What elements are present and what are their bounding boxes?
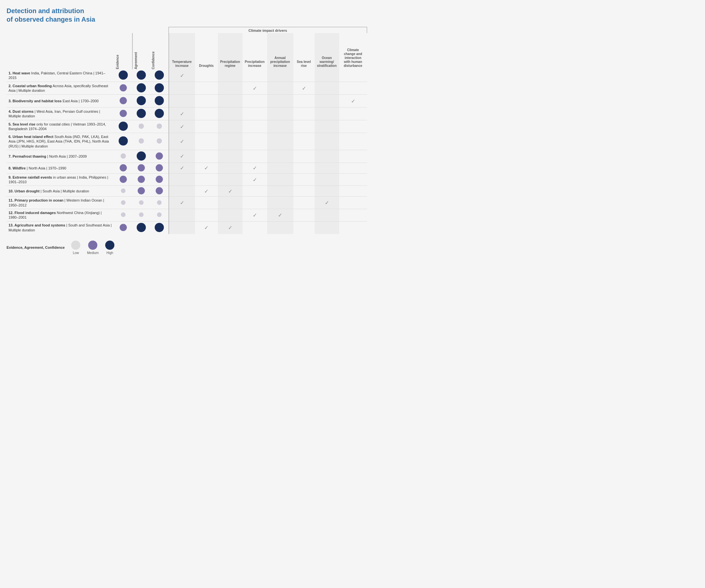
temp_increase-cell: ✓ bbox=[169, 197, 195, 209]
droughts-cell bbox=[195, 120, 218, 133]
agreement-dot bbox=[137, 96, 146, 105]
confidence-dot-cell bbox=[150, 95, 169, 107]
precip_increase-cell bbox=[242, 197, 267, 209]
agreement-dot-cell bbox=[132, 163, 150, 173]
agreement-dot bbox=[137, 71, 146, 80]
agreement-dot-cell bbox=[132, 69, 150, 82]
precip_regime-cell bbox=[218, 120, 242, 133]
sea_level-cell bbox=[293, 186, 315, 197]
droughts-cell bbox=[195, 95, 218, 107]
agreement-dot-cell bbox=[132, 133, 150, 150]
confidence-dot bbox=[157, 124, 162, 129]
ocean_warming-cell bbox=[315, 69, 339, 82]
droughts-cell bbox=[195, 209, 218, 222]
climate_change-cell bbox=[339, 221, 367, 234]
sea_level-cell bbox=[293, 209, 315, 222]
temp-increase-header: Temperature increase bbox=[169, 33, 195, 69]
ocean_warming-cell bbox=[315, 133, 339, 150]
agreement-dot-cell bbox=[132, 95, 150, 107]
annual_precip-cell bbox=[267, 197, 293, 209]
event-name-cell: 6. Urban heat island effect South Asia (… bbox=[7, 133, 114, 150]
confidence-dot-cell bbox=[150, 209, 169, 222]
confidence-dot bbox=[156, 152, 163, 160]
precip_regime-cell bbox=[218, 209, 242, 222]
evidence-dot-cell bbox=[114, 133, 132, 150]
legend-high-dot bbox=[105, 240, 114, 250]
temp_increase-cell: ✓ bbox=[169, 133, 195, 150]
droughts-cell: ✓ bbox=[195, 186, 218, 197]
confidence-dot-cell bbox=[150, 186, 169, 197]
sea_level-cell bbox=[293, 163, 315, 173]
sea-level-header: Sea level rise bbox=[293, 33, 315, 69]
ocean-warming-header: Ocean warming/ stratification bbox=[315, 33, 339, 69]
temp_increase-cell bbox=[169, 173, 195, 186]
confidence-header: Confidence bbox=[150, 33, 169, 69]
droughts-cell bbox=[195, 82, 218, 95]
sea_level-cell bbox=[293, 173, 315, 186]
temp_increase-cell: ✓ bbox=[169, 107, 195, 120]
evidence-dot-cell bbox=[114, 186, 132, 197]
event-name-cell: 2. Coastal urban flooding Across Asia, s… bbox=[7, 82, 114, 95]
confidence-dot bbox=[157, 200, 161, 205]
agreement-dot-cell bbox=[132, 209, 150, 222]
event-name-cell: 3. Biodiversity and habitat loss East As… bbox=[7, 95, 114, 107]
annual_precip-cell: ✓ bbox=[267, 209, 293, 222]
agreement-dot bbox=[137, 151, 146, 161]
confidence-dot bbox=[156, 164, 163, 171]
event-name-cell: 8. Wildfire | North Asia | 1970–1990 bbox=[7, 163, 114, 173]
table-row: 2. Coastal urban flooding Across Asia, s… bbox=[7, 82, 367, 95]
table-row: 8. Wildfire | North Asia | 1970–1990✓✓✓ bbox=[7, 163, 367, 173]
ocean_warming-cell: ✓ bbox=[315, 197, 339, 209]
legend-low-label: Low bbox=[73, 251, 79, 255]
table-row: 10. Urban drought | South Asia | Multipl… bbox=[7, 186, 367, 197]
legend-medium-label: Medium bbox=[87, 251, 99, 255]
climate_change-cell bbox=[339, 163, 367, 173]
confidence-dot bbox=[155, 83, 164, 92]
evidence-dot bbox=[121, 153, 126, 159]
sea_level-cell bbox=[293, 69, 315, 82]
evidence-dot-cell bbox=[114, 150, 132, 163]
event-name-cell: 7. Permafrost thawing | North Asia | 200… bbox=[7, 150, 114, 163]
precip_increase-cell: ✓ bbox=[242, 173, 267, 186]
droughts-cell bbox=[195, 69, 218, 82]
precip_increase-cell bbox=[242, 150, 267, 163]
ocean_warming-cell bbox=[315, 209, 339, 222]
agreement-header: Agreement bbox=[132, 33, 150, 69]
evidence-dot bbox=[120, 110, 127, 117]
climate_change-cell bbox=[339, 120, 367, 133]
agreement-dot bbox=[139, 124, 144, 129]
evidence-dot bbox=[121, 188, 126, 193]
droughts-header: Droughts bbox=[195, 33, 218, 69]
evidence-dot bbox=[120, 84, 127, 91]
confidence-dot-cell bbox=[150, 197, 169, 209]
annual_precip-cell bbox=[267, 95, 293, 107]
evidence-dot-cell bbox=[114, 197, 132, 209]
confidence-dot bbox=[157, 138, 162, 144]
precip_increase-cell bbox=[242, 107, 267, 120]
table-row: 5. Sea level rise only for coastal citie… bbox=[7, 120, 367, 133]
agreement-dot-cell bbox=[132, 107, 150, 120]
agreement-dot bbox=[139, 200, 144, 205]
climate_change-cell bbox=[339, 150, 367, 163]
table-row: 1. Heat wave India, Pakistan, Central Ea… bbox=[7, 69, 367, 82]
confidence-dot-cell bbox=[150, 150, 169, 163]
event-name-cell: 1. Heat wave India, Pakistan, Central Ea… bbox=[7, 69, 114, 82]
ocean_warming-cell bbox=[315, 186, 339, 197]
climate_change-cell: ✓ bbox=[339, 95, 367, 107]
event-name-cell: 10. Urban drought | South Asia | Multipl… bbox=[7, 186, 114, 197]
annual_precip-cell bbox=[267, 150, 293, 163]
annual_precip-cell bbox=[267, 163, 293, 173]
evidence-dot bbox=[121, 212, 126, 217]
ocean_warming-cell bbox=[315, 221, 339, 234]
precip_regime-cell: ✓ bbox=[218, 186, 242, 197]
event-name-cell: 13. Agriculture and food systems | South… bbox=[7, 221, 114, 234]
climate_change-cell bbox=[339, 82, 367, 95]
evidence-dot-cell bbox=[114, 95, 132, 107]
confidence-dot bbox=[156, 187, 163, 194]
evidence-dot-cell bbox=[114, 82, 132, 95]
annual-precip-header: Annual precipitation increase bbox=[267, 33, 293, 69]
evidence-dot-cell bbox=[114, 107, 132, 120]
temp_increase-cell: ✓ bbox=[169, 163, 195, 173]
agreement-dot bbox=[137, 109, 146, 118]
confidence-dot-cell bbox=[150, 221, 169, 234]
